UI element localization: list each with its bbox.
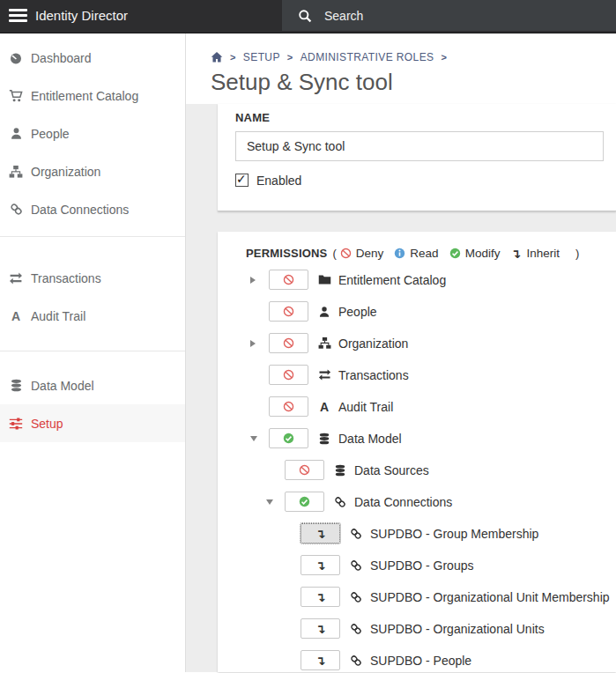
breadcrumb-setup[interactable]: SETUP bbox=[243, 51, 280, 63]
tree-row-entitlement-catalog: Entitlement Catalog bbox=[246, 264, 616, 296]
sidebar: Dashboard Entitlement Catalog People Org… bbox=[0, 33, 186, 672]
tree-row-supdbo-group-membership: ↴ SUPDBO - Group Membership bbox=[246, 518, 616, 550]
deny-icon bbox=[283, 306, 294, 317]
permissions-tree: Entitlement Catalog People Organization bbox=[246, 264, 616, 672]
legend-deny: Deny bbox=[340, 247, 384, 260]
database-icon bbox=[9, 379, 23, 393]
deny-icon bbox=[299, 464, 310, 476]
tree-row-organization: Organization bbox=[246, 328, 616, 359]
sidebar-item-setup[interactable]: Setup bbox=[0, 404, 185, 442]
sidebar-item-transactions[interactable]: Transactions bbox=[0, 259, 185, 297]
name-label: NAME bbox=[235, 111, 616, 124]
info-icon bbox=[394, 248, 405, 259]
breadcrumb: > SETUP > ADMINISTRATIVE ROLES > bbox=[211, 51, 616, 63]
link-icon bbox=[349, 590, 363, 604]
sidebar-item-organization[interactable]: Organization bbox=[0, 152, 185, 190]
breadcrumb-administrative-roles[interactable]: ADMINISTRATIVE ROLES bbox=[301, 51, 434, 63]
audit-icon: A bbox=[317, 400, 331, 414]
exchange-icon bbox=[317, 368, 331, 382]
permission-state-button[interactable]: ↴ bbox=[301, 618, 340, 639]
tree-row-data-connections: Data Connections bbox=[246, 486, 616, 518]
permission-state-button[interactable] bbox=[269, 270, 308, 290]
breadcrumb-separator: > bbox=[441, 52, 447, 63]
legend-modify: Modify bbox=[449, 247, 501, 260]
inherit-icon: ↴ bbox=[315, 559, 326, 572]
inherit-icon: ↴ bbox=[315, 591, 326, 603]
deny-icon bbox=[283, 401, 294, 412]
sidebar-item-audit-trail[interactable]: A Audit Trail bbox=[0, 297, 185, 335]
permissions-header: PERMISSIONS ( Deny Read Modify bbox=[246, 246, 616, 262]
deny-icon bbox=[340, 248, 352, 259]
permission-state-button[interactable] bbox=[269, 333, 308, 353]
check-circle-icon bbox=[283, 433, 294, 444]
home-icon[interactable] bbox=[211, 51, 223, 63]
breadcrumb-separator: > bbox=[230, 52, 236, 63]
tree-row-transactions: Transactions bbox=[246, 359, 616, 391]
sidebar-item-dashboard[interactable]: Dashboard bbox=[0, 39, 185, 77]
inherit-icon: ↴ bbox=[315, 655, 326, 667]
sidebar-item-data-connections[interactable]: Data Connections bbox=[0, 190, 185, 228]
menu-icon[interactable] bbox=[9, 9, 27, 25]
sitemap-icon bbox=[9, 165, 23, 179]
name-input[interactable] bbox=[235, 131, 604, 161]
link-icon bbox=[9, 203, 23, 217]
tree-row-supdbo-organizational-units: ↴ SUPDBO - Organizational Units bbox=[246, 613, 616, 645]
permissions-card: PERMISSIONS ( Deny Read Modify bbox=[218, 232, 616, 672]
permission-state-button[interactable]: ↴ bbox=[301, 523, 340, 544]
sidebar-item-data-model[interactable]: Data Model bbox=[0, 366, 185, 404]
exchange-icon bbox=[9, 271, 23, 285]
cart-icon bbox=[9, 89, 23, 103]
permission-state-button[interactable] bbox=[269, 365, 308, 385]
folder-icon bbox=[317, 273, 331, 287]
permission-state-button[interactable] bbox=[269, 428, 308, 448]
permission-state-button[interactable] bbox=[269, 301, 308, 322]
user-icon bbox=[317, 305, 331, 319]
collapse-caret-icon[interactable] bbox=[266, 499, 273, 505]
enabled-checkbox[interactable] bbox=[235, 174, 249, 187]
sitemap-icon bbox=[317, 336, 331, 351]
search-icon bbox=[298, 9, 312, 23]
permission-state-button[interactable]: ↴ bbox=[301, 555, 340, 575]
permission-state-button[interactable] bbox=[285, 492, 324, 512]
tree-row-supdbo-organizational-unit-membership: ↴ SUPDBO - Organizational Unit Membershi… bbox=[246, 581, 616, 613]
inherit-icon: ↴ bbox=[315, 528, 326, 540]
permission-state-button[interactable]: ↴ bbox=[301, 650, 340, 670]
page-title: Setup & Sync tool bbox=[211, 69, 616, 96]
search-bar[interactable] bbox=[282, 0, 616, 31]
permission-state-button[interactable]: ↴ bbox=[301, 587, 340, 607]
link-icon bbox=[333, 495, 347, 509]
legend-inherit: ↴ Inherit bbox=[510, 247, 560, 260]
name-card: NAME Enabled bbox=[218, 104, 616, 211]
tree-row-data-model: Data Model bbox=[246, 423, 616, 455]
page-header: > SETUP > ADMINISTRATIVE ROLES > Setup &… bbox=[186, 33, 616, 104]
enabled-row[interactable]: Enabled bbox=[235, 174, 616, 188]
deny-icon bbox=[283, 369, 294, 381]
expand-caret-icon[interactable] bbox=[250, 277, 256, 284]
gauge-icon bbox=[9, 51, 23, 65]
check-circle-icon bbox=[449, 248, 461, 259]
inherit-icon: ↴ bbox=[510, 248, 522, 259]
database-icon bbox=[317, 432, 331, 446]
user-icon bbox=[9, 127, 23, 141]
link-icon bbox=[349, 622, 363, 636]
database-icon bbox=[333, 463, 347, 477]
breadcrumb-separator: > bbox=[287, 52, 293, 63]
permissions-label: PERMISSIONS bbox=[246, 247, 328, 260]
tree-row-audit-trail: A Audit Trail bbox=[246, 391, 616, 423]
sidebar-item-entitlement-catalog[interactable]: Entitlement Catalog bbox=[0, 77, 185, 115]
link-icon bbox=[349, 558, 363, 573]
sidebar-item-people[interactable]: People bbox=[0, 115, 185, 152]
deny-icon bbox=[283, 337, 294, 349]
enabled-label: Enabled bbox=[256, 174, 301, 188]
permission-state-button[interactable] bbox=[269, 396, 308, 417]
check-circle-icon bbox=[299, 496, 310, 507]
link-icon bbox=[349, 527, 363, 541]
tree-row-supdbo-groups: ↴ SUPDBO - Groups bbox=[246, 550, 616, 581]
tree-row-supdbo-people: ↴ SUPDBO - People bbox=[246, 645, 616, 672]
search-input[interactable] bbox=[324, 9, 571, 23]
permission-state-button[interactable] bbox=[285, 460, 324, 480]
top-bar: Identity Director bbox=[0, 0, 616, 33]
tree-row-people: People bbox=[246, 296, 616, 328]
collapse-caret-icon[interactable] bbox=[250, 436, 257, 441]
expand-caret-icon[interactable] bbox=[250, 340, 256, 347]
